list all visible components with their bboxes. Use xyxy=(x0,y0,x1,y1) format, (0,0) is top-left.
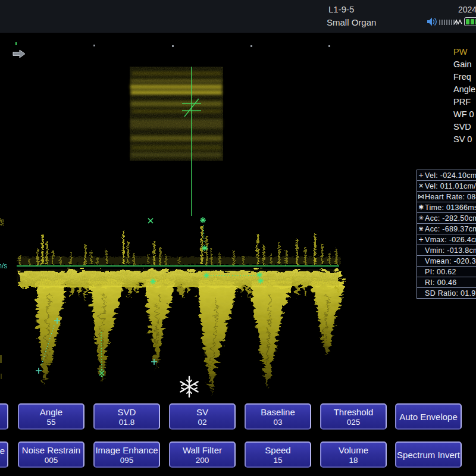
top-bar: L1-9-5 Small Organ 2024- xyxy=(0,0,476,33)
measurement-row-acc2: ⋇Acc: -689.37cm/s² xyxy=(416,223,476,234)
pw-cursor xyxy=(182,67,201,216)
threshold-button[interactable]: Threshold025 xyxy=(320,403,387,430)
battery-icon xyxy=(464,17,476,26)
caliper-bowtie-icon: ⋈ xyxy=(417,193,425,201)
volume-button[interactable]: Volume18 xyxy=(320,441,387,468)
softkey-value: 095 xyxy=(120,456,134,465)
softkey-value: 025 xyxy=(347,418,361,427)
param-angle: Angle xyxy=(453,83,475,96)
softkey-label: Spectrum Invert xyxy=(396,450,461,460)
speed-button[interactable]: Speed15 xyxy=(245,441,311,468)
measurement-row-vel2: ✕Vel: 011.01cm/s xyxy=(416,180,476,192)
measurement-row-vmin: Vmin: -013.8cm/s xyxy=(416,245,476,256)
softkey-partial-row2[interactable]: ge xyxy=(0,441,8,468)
softkey-label: Baseline xyxy=(246,407,310,417)
sv-button[interactable]: SV02 xyxy=(169,403,236,430)
caliper-star-icon: ✱ xyxy=(417,203,425,211)
softkey-label: Noise Restrain xyxy=(19,445,83,455)
caliper-plus-icon: + xyxy=(417,236,425,243)
spectrum-band-texture xyxy=(17,269,339,286)
exam-preset-label: Small Organ xyxy=(327,17,376,27)
velocity-unit-label: cm/s xyxy=(0,262,7,270)
softkey-value: 005 xyxy=(45,456,58,465)
softkey-label: Image Enhance xyxy=(95,445,159,455)
top-scale-marks xyxy=(15,42,330,47)
spectrum-upper xyxy=(0,218,339,264)
measurement-row-acc1: ✳Acc: -282.50cm/s² xyxy=(416,212,476,224)
softkey-label: Angle xyxy=(19,407,83,417)
auto-envelope-button[interactable]: Auto Envelope xyxy=(395,403,462,430)
freeze-icon xyxy=(180,377,198,397)
softkey-label: SVD xyxy=(95,407,159,417)
softkey-value: 15 xyxy=(273,456,282,465)
ultrasound-screen: L1-9-5 Small Organ 2024- xyxy=(0,0,476,476)
mode-indicator: PW xyxy=(453,46,475,58)
date-label: 2024- xyxy=(458,5,476,14)
caliper-crossdot-icon: ⋇ xyxy=(417,225,425,233)
angle-button[interactable]: Angle55 xyxy=(18,403,84,430)
svd-button[interactable]: SVD01.8 xyxy=(93,403,160,430)
results-panel: +Vel: -024.10cm/s ✕Vel: 011.01cm/s ⋈Hear… xyxy=(416,170,476,299)
angle-indicator xyxy=(184,99,199,117)
baseline-button[interactable]: Baseline03 xyxy=(245,403,311,430)
softkey-value: 200 xyxy=(196,456,209,465)
measurement-row-vel1: +Vel: -024.10cm/s xyxy=(416,170,476,181)
caliper-plus-icon: + xyxy=(417,171,425,179)
measurement-row-heart-rate: ⋈Heart Rate: 084bpm xyxy=(416,191,476,202)
softkey-label: Wall Filter xyxy=(170,445,234,455)
param-wf: WF 0 xyxy=(453,108,475,121)
measurement-row-ri: RI: 00.46 xyxy=(416,277,476,288)
measurement-row-pi: PI: 00.62 xyxy=(416,266,476,277)
param-svd: SVD xyxy=(453,121,475,133)
noise-restrain-button[interactable]: Noise Restrain005 xyxy=(18,441,84,468)
pointer-arrow-icon xyxy=(13,50,25,58)
param-prf: PRF xyxy=(453,96,475,108)
param-sv: SV 0 xyxy=(453,133,475,146)
measurement-row-sd-ratio: SD Ratio: 01.9 xyxy=(416,287,476,299)
spectrum-invert-button[interactable]: Spectrum Invert xyxy=(395,441,462,468)
softkey-partial-row1[interactable] xyxy=(0,403,8,430)
probe-label: L1-9-5 xyxy=(328,4,354,14)
softkey-label: SV xyxy=(170,407,234,417)
softkey-value: 01.8 xyxy=(119,418,134,427)
param-freq: Freq xyxy=(453,71,475,83)
softkey-value: 18 xyxy=(349,456,358,465)
softkey-label: Auto Envelope xyxy=(396,412,461,422)
softkey-label: Volume xyxy=(321,445,386,455)
softkey-value: 03 xyxy=(273,418,282,427)
image-enhance-button[interactable]: Image Enhance095 xyxy=(93,441,160,468)
measurement-markers xyxy=(36,217,264,377)
param-gain: Gain xyxy=(453,58,475,71)
pw-params-panel: PW Gain Freq Angle PRF WF 0 SVD SV 0 xyxy=(453,46,475,146)
softkey-value: 55 xyxy=(46,418,55,427)
speaker-icon xyxy=(427,17,437,27)
caliper-cross-icon: ✕ xyxy=(417,182,425,190)
softkey-label: Speed xyxy=(246,445,310,455)
charging-icon xyxy=(454,18,463,26)
edge-artifacts xyxy=(0,355,2,379)
b-mode-image xyxy=(130,67,223,161)
softkey-label: Threshold xyxy=(321,407,386,417)
caliper-asterisk-icon: ✳ xyxy=(417,214,425,222)
spectrum-lower xyxy=(17,269,342,393)
measurement-row-vmax: +Vmax: -026.4cm/s xyxy=(416,234,476,245)
softkey-value: 02 xyxy=(198,418,206,427)
measurement-row-vmean: Vmean: -020.3cm/s xyxy=(416,255,476,267)
wall-filter-button[interactable]: Wall Filter200 xyxy=(169,441,236,468)
measurement-row-time: ✱Time: 01366ms xyxy=(416,202,476,213)
